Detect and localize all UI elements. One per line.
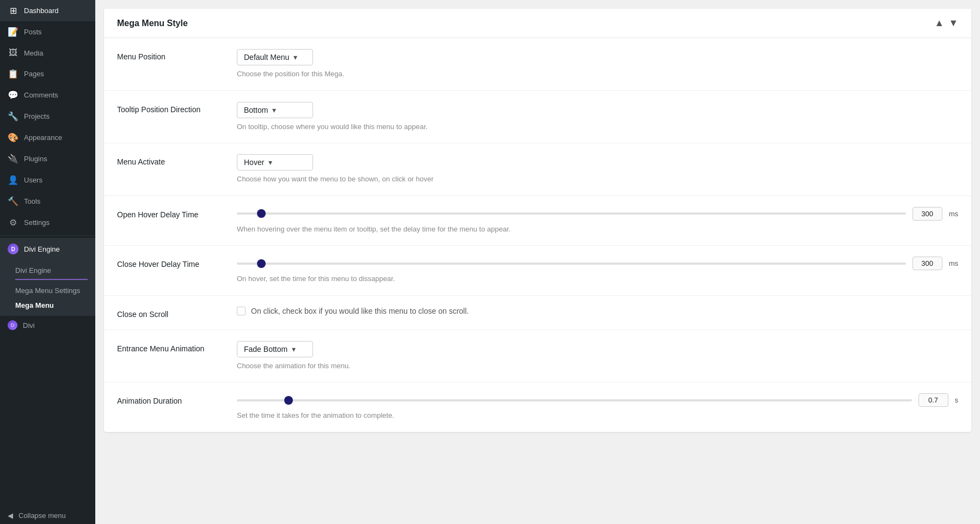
- slider-thumb-animation-duration[interactable]: [284, 396, 293, 405]
- sidebar-item-tools[interactable]: 🔨 Tools: [0, 191, 95, 212]
- sidebar-item-collapse[interactable]: ◀ Collapse menu: [0, 507, 95, 524]
- control-tooltip-position: Bottom ▾ On tooltip, choose where you wo…: [237, 102, 958, 132]
- sidebar-item-plugins[interactable]: 🔌 Plugins: [0, 148, 95, 169]
- control-open-hover-delay: 300 ms When hovering over the menu item …: [237, 207, 958, 235]
- sidebar-item-divi-engine-sub[interactable]: Divi Engine: [0, 263, 95, 278]
- collapse-up-icon[interactable]: ▲: [934, 17, 944, 29]
- sub-menu-label: Mega Menu Settings: [15, 287, 80, 295]
- sidebar-item-posts[interactable]: 📝 Posts: [0, 21, 95, 42]
- sidebar-item-media[interactable]: 🖼 Media: [0, 42, 95, 63]
- chevron-down-icon: ▾: [292, 345, 296, 354]
- sidebar-item-label: Media: [24, 49, 43, 57]
- dropdown-value: Hover: [244, 158, 264, 167]
- slider-thumb-open-hover[interactable]: [257, 209, 266, 218]
- chevron-down-icon: ▾: [272, 106, 276, 114]
- slider-row-animation-duration: 0.7 s: [237, 393, 958, 407]
- description-entrance-animation: Choose the animation for this menu.: [237, 361, 958, 371]
- sub-menu-label: Divi Engine: [15, 266, 51, 275]
- sidebar-item-users[interactable]: 👤 Users: [0, 169, 95, 191]
- label-close-on-scroll: Close on Scroll: [117, 307, 237, 319]
- dropdown-entrance-animation[interactable]: Fade Bottom ▾: [237, 341, 313, 357]
- settings-icon: ⚙: [8, 217, 19, 228]
- sidebar-item-label: Plugins: [24, 155, 47, 163]
- sidebar-item-divi-engine[interactable]: D Divi Engine: [0, 238, 95, 260]
- checkbox-row-close-on-scroll: On click, check box if you would like th…: [237, 307, 958, 315]
- description-menu-activate: Choose how you want the menu to be shown…: [237, 174, 958, 185]
- dropdown-menu-position[interactable]: Default Menu ▾: [237, 49, 313, 65]
- sidebar-item-label: Pages: [24, 70, 44, 78]
- slider-thumb-close-hover[interactable]: [257, 259, 266, 268]
- settings-row-close-hover-delay: Close Hover Delay Time 300 ms On hover, …: [104, 246, 971, 296]
- sidebar-item-pages[interactable]: 📋 Pages: [0, 63, 95, 84]
- users-icon: 👤: [8, 175, 19, 185]
- description-animation-duration: Set the time it takes for the animation …: [237, 410, 958, 421]
- slider-unit-open-hover: ms: [949, 210, 958, 218]
- sidebar-item-label: Comments: [24, 91, 58, 99]
- control-close-hover-delay: 300 ms On hover, set the time for this m…: [237, 257, 958, 284]
- sidebar-item-dashboard[interactable]: ⊞ Dashboard: [0, 0, 95, 21]
- settings-row-tooltip-position: Tooltip Position Direction Bottom ▾ On t…: [104, 91, 971, 144]
- sidebar-item-label: Tools: [24, 197, 40, 205]
- slider-unit-animation-duration: s: [955, 396, 959, 404]
- label-close-hover-delay: Close Hover Delay Time: [117, 257, 237, 269]
- panel-title: Mega Menu Style: [117, 19, 188, 28]
- slider-value-animation-duration[interactable]: 0.7: [918, 393, 948, 407]
- sidebar-item-label: Settings: [24, 218, 50, 227]
- collapse-label: Collapse menu: [19, 511, 66, 520]
- sidebar-item-mega-menu-settings[interactable]: Mega Menu Settings: [0, 283, 95, 298]
- slider-value-close-hover[interactable]: 300: [912, 257, 942, 270]
- checkbox-close-on-scroll[interactable]: [237, 307, 246, 315]
- description-close-hover-delay: On hover, set the time for this menu to …: [237, 273, 958, 284]
- label-menu-activate: Menu Activate: [117, 154, 237, 166]
- dropdown-value: Default Menu: [244, 53, 289, 62]
- label-menu-position: Menu Position: [117, 49, 237, 61]
- divi-icon: D: [8, 320, 17, 330]
- label-open-hover-delay: Open Hover Delay Time: [117, 207, 237, 219]
- tools-icon: 🔨: [8, 196, 19, 206]
- sidebar-item-label: Appearance: [24, 133, 62, 142]
- sidebar-item-comments[interactable]: 💬 Comments: [0, 84, 95, 106]
- settings-row-entrance-animation: Entrance Menu Animation Fade Bottom ▾ Ch…: [104, 330, 971, 383]
- panel-controls: ▲ ▼: [934, 17, 958, 29]
- sidebar-item-settings[interactable]: ⚙ Settings: [0, 212, 95, 233]
- sidebar-item-divi[interactable]: D Divi: [0, 316, 95, 334]
- divi-engine-label: Divi Engine: [24, 245, 60, 253]
- sidebar: ⊞ Dashboard 📝 Posts 🖼 Media 📋 Pages 💬 Co…: [0, 0, 95, 524]
- dropdown-menu-activate[interactable]: Hover ▾: [237, 154, 313, 170]
- slider-row-open-hover: 300 ms: [237, 207, 958, 221]
- collapse-down-icon[interactable]: ▼: [948, 17, 958, 29]
- sidebar-item-appearance[interactable]: 🎨 Appearance: [0, 127, 95, 148]
- dropdown-value: Bottom: [244, 106, 268, 114]
- control-menu-position: Default Menu ▾ Choose the position for t…: [237, 49, 958, 80]
- sidebar-item-projects[interactable]: 🔧 Projects: [0, 106, 95, 127]
- settings-row-open-hover-delay: Open Hover Delay Time 300 ms When hoveri…: [104, 196, 971, 246]
- sub-menu-section: Divi Engine Mega Menu Settings Mega Menu: [0, 260, 95, 316]
- sidebar-item-label: Projects: [24, 112, 50, 120]
- chevron-down-icon: ▾: [293, 53, 297, 62]
- sidebar-item-label: Users: [24, 176, 42, 184]
- dropdown-tooltip-position[interactable]: Bottom ▾: [237, 102, 313, 118]
- settings-row-close-on-scroll: Close on Scroll On click, check box if y…: [104, 296, 971, 330]
- content-panel: Mega Menu Style ▲ ▼ Menu Position Defaul…: [104, 9, 971, 432]
- collapse-icon: ◀: [8, 511, 13, 520]
- settings-row-menu-position: Menu Position Default Menu ▾ Choose the …: [104, 38, 971, 91]
- label-tooltip-position: Tooltip Position Direction: [117, 102, 237, 114]
- comments-icon: 💬: [8, 90, 19, 100]
- sub-menu-label: Mega Menu: [15, 301, 54, 309]
- dashboard-icon: ⊞: [8, 5, 19, 16]
- slider-unit-close-hover: ms: [949, 259, 958, 267]
- media-icon: 🖼: [8, 48, 19, 58]
- label-animation-duration: Animation Duration: [117, 393, 237, 405]
- pages-icon: 📋: [8, 69, 19, 79]
- projects-icon: 🔧: [8, 111, 19, 121]
- dropdown-value: Fade Bottom: [244, 345, 287, 354]
- checkbox-label-close-on-scroll: On click, check box if you would like th…: [251, 307, 469, 315]
- slider-value-open-hover[interactable]: 300: [912, 207, 942, 221]
- description-open-hover-delay: When hovering over the menu item or tool…: [237, 224, 958, 235]
- control-menu-activate: Hover ▾ Choose how you want the menu to …: [237, 154, 958, 185]
- sidebar-item-label: Posts: [24, 28, 42, 36]
- sidebar-item-mega-menu[interactable]: Mega Menu: [0, 298, 95, 313]
- sidebar-item-label: Dashboard: [24, 7, 59, 15]
- divi-engine-icon: D: [8, 243, 19, 254]
- settings-row-menu-activate: Menu Activate Hover ▾ Choose how you wan…: [104, 143, 971, 196]
